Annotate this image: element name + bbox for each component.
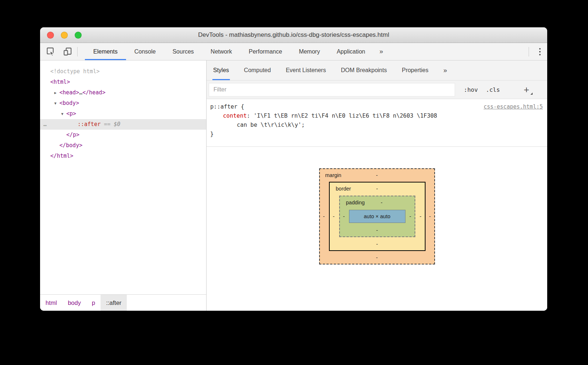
styles-filter-input[interactable] <box>209 83 455 97</box>
margin-label: margin <box>325 172 341 178</box>
new-style-rule-button[interactable]: + <box>521 84 532 95</box>
margin-bottom-value[interactable]: - <box>376 255 378 260</box>
breadcrumb: html body p ::after <box>40 294 206 311</box>
tab-memory[interactable]: Memory <box>290 43 328 60</box>
main-toolbar: Elements Console Sources Network Perform… <box>40 43 547 60</box>
inspect-element-icon[interactable] <box>44 46 57 58</box>
more-tabs-icon[interactable]: » <box>373 43 389 60</box>
property-value-line1: 'I\F1 t\EB rn\E2 ti\F4 n\E0 liz\E6 ti\F8… <box>254 113 437 119</box>
tab-application[interactable]: Application <box>328 43 373 60</box>
styles-filter-bar: :hov .cls + <box>207 81 547 99</box>
tree-row-body-close[interactable]: </body> <box>40 140 206 151</box>
tree-row-p-close[interactable]: </p> <box>40 130 206 140</box>
tree-row-doctype[interactable]: <!doctype html> <box>40 66 206 77</box>
overflow-dots-icon[interactable]: … <box>43 119 47 130</box>
box-model-margin[interactable]: margin - - - - border - - - - padding <box>319 168 435 264</box>
breadcrumb-html[interactable]: html <box>40 295 62 311</box>
breadcrumb-p[interactable]: p <box>86 295 101 311</box>
content-size-label: auto × auto <box>364 213 391 219</box>
tree-row-p-open[interactable]: ▼<p> <box>40 109 206 119</box>
toggle-device-toolbar-icon[interactable] <box>61 46 74 58</box>
margin-right-value[interactable]: - <box>429 213 431 219</box>
css-rule-p-after[interactable]: css-escapes.html:5 p::after { content: '… <box>207 99 547 147</box>
window-title: DevTools - mathiasbynens.github.io/css-d… <box>40 31 547 39</box>
padding-top-value[interactable]: - <box>381 200 383 205</box>
chevron-down-icon[interactable]: ▼ <box>61 109 66 119</box>
tab-elements[interactable]: Elements <box>85 43 126 60</box>
toolbar-divider <box>77 47 78 56</box>
border-bottom-value[interactable]: - <box>376 241 378 247</box>
toolbar-right-divider <box>529 47 529 56</box>
dom-tree: <!doctype html> <html> ▶<head>…</head> ▼… <box>40 60 206 294</box>
tree-row-html-close[interactable]: </html> <box>40 151 206 161</box>
breadcrumb-body[interactable]: body <box>62 295 86 311</box>
chevron-right-icon[interactable]: ▶ <box>54 87 59 98</box>
margin-left-value[interactable]: - <box>323 213 325 219</box>
kebab-menu-icon[interactable] <box>533 43 547 60</box>
tab-styles[interactable]: Styles <box>212 60 230 80</box>
tree-row-html-open[interactable]: <html> <box>40 77 206 87</box>
panel-tabs: Elements Console Sources Network Perform… <box>85 43 389 60</box>
traffic-lights <box>47 27 82 43</box>
tab-sources[interactable]: Sources <box>164 43 202 60</box>
sidebar-tabs: Styles Computed Event Listeners DOM Brea… <box>207 60 547 81</box>
box-model-border[interactable]: border - - - - padding - - - - <box>329 182 426 251</box>
tab-console[interactable]: Console <box>126 43 164 60</box>
more-sidebar-tabs-icon[interactable]: » <box>443 60 448 80</box>
chevron-down-icon[interactable]: ▼ <box>54 98 59 109</box>
toggle-classes-button[interactable]: .cls <box>486 86 500 93</box>
box-model-padding[interactable]: padding - - - - auto × auto <box>339 196 415 237</box>
tab-event-listeners[interactable]: Event Listeners <box>285 60 326 80</box>
toggle-hover-state-button[interactable]: :hov <box>464 86 478 93</box>
rule-declaration[interactable]: content: 'I\F1 t\EB rn\E2 ti\F4 n\E0 liz… <box>210 111 543 121</box>
tree-row-head[interactable]: ▶<head>…</head> <box>40 87 206 98</box>
breadcrumb-after[interactable]: ::after <box>101 295 127 311</box>
tab-dom-breakpoints[interactable]: DOM Breakpoints <box>340 60 388 80</box>
tab-network[interactable]: Network <box>202 43 240 60</box>
padding-left-value[interactable]: - <box>343 213 345 219</box>
border-left-value[interactable]: - <box>333 213 335 219</box>
devtools-content: <!doctype html> <html> ▶<head>…</head> ▼… <box>40 60 547 311</box>
border-label: border <box>336 186 351 192</box>
styles-sidebar: Styles Computed Event Listeners DOM Brea… <box>207 60 547 311</box>
titlebar: DevTools - mathiasbynens.github.io/css-d… <box>40 27 547 43</box>
box-model-content[interactable]: auto × auto <box>349 210 405 223</box>
margin-top-value[interactable]: - <box>376 172 378 178</box>
minimize-window-button[interactable] <box>61 32 68 39</box>
box-model-pane: margin - - - - border - - - - padding <box>207 147 547 311</box>
new-rule-dropdown-triangle-icon <box>530 93 533 95</box>
tab-computed[interactable]: Computed <box>243 60 272 80</box>
tree-row-after-selected[interactable]: …::after == $0 <box>40 119 206 130</box>
tree-row-body-open[interactable]: ▼<body> <box>40 98 206 109</box>
padding-right-value[interactable]: - <box>409 213 411 219</box>
screenshot-stage: DevTools - mathiasbynens.github.io/css-d… <box>0 0 588 365</box>
stylesheet-source-link[interactable]: css-escapes.html:5 <box>483 102 543 111</box>
devtools-window: DevTools - mathiasbynens.github.io/css-d… <box>40 27 547 311</box>
property-name: content <box>223 113 247 119</box>
rule-close-brace: } <box>210 130 543 139</box>
padding-label: padding <box>346 200 365 205</box>
toolbar-right <box>525 43 547 60</box>
tab-performance[interactable]: Performance <box>240 43 291 60</box>
elements-panel: <!doctype html> <html> ▶<head>…</head> ▼… <box>40 60 207 311</box>
tab-properties[interactable]: Properties <box>401 60 429 80</box>
zoom-window-button[interactable] <box>75 32 82 39</box>
padding-bottom-value[interactable]: - <box>376 227 378 233</box>
rule-declaration-wrap: can be \t\r\ic\k\y'; <box>210 121 543 130</box>
border-right-value[interactable]: - <box>420 213 422 219</box>
close-window-button[interactable] <box>47 32 54 39</box>
border-top-value[interactable]: - <box>376 186 378 192</box>
